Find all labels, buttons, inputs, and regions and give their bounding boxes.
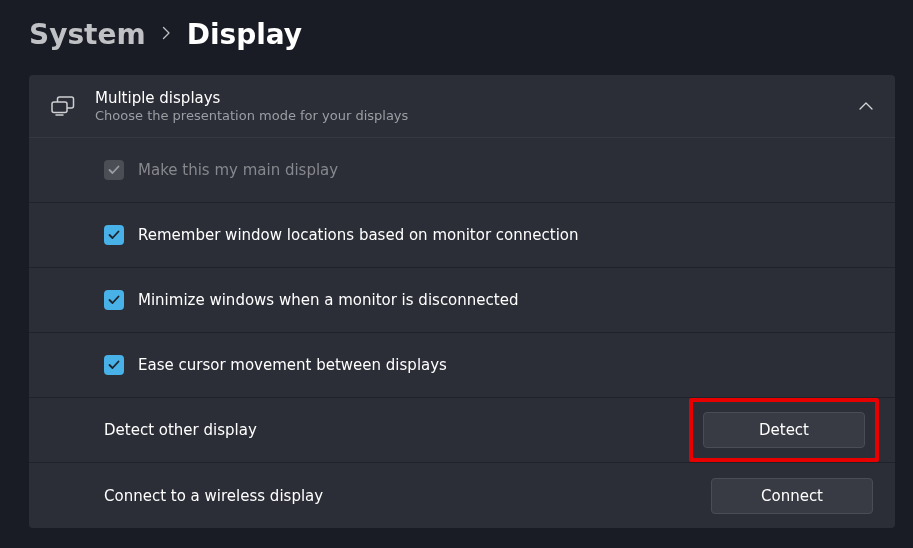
option-remember-windows[interactable]: Remember window locations based on monit… (29, 203, 895, 268)
connect-button[interactable]: Connect (711, 478, 873, 514)
breadcrumb-parent[interactable]: System (29, 18, 146, 51)
label-detect: Detect other display (104, 421, 257, 439)
checkbox-remember-windows[interactable] (104, 225, 124, 245)
section-subtitle: Choose the presentation mode for your di… (95, 108, 839, 123)
multiple-displays-header[interactable]: Multiple displays Choose the presentatio… (29, 75, 895, 138)
row-detect: Detect other display Detect (29, 398, 895, 463)
svg-rect-1 (52, 102, 67, 113)
row-connect: Connect to a wireless display Connect (29, 463, 895, 528)
highlight-detect: Detect (689, 398, 879, 462)
label-minimize-disconnect: Minimize windows when a monitor is disco… (138, 291, 518, 309)
section-title: Multiple displays (95, 89, 839, 107)
multiple-displays-panel: Multiple displays Choose the presentatio… (29, 75, 895, 528)
page-title: Display (187, 18, 302, 51)
breadcrumb: System Display (29, 18, 895, 51)
label-main-display: Make this my main display (138, 161, 338, 179)
multiple-displays-icon (51, 96, 75, 116)
option-ease-cursor[interactable]: Ease cursor movement between displays (29, 333, 895, 398)
option-main-display: Make this my main display (29, 138, 895, 203)
option-minimize-disconnect[interactable]: Minimize windows when a monitor is disco… (29, 268, 895, 333)
checkbox-minimize-disconnect[interactable] (104, 290, 124, 310)
label-connect: Connect to a wireless display (104, 487, 323, 505)
label-ease-cursor: Ease cursor movement between displays (138, 356, 447, 374)
checkbox-ease-cursor[interactable] (104, 355, 124, 375)
checkbox-main-display (104, 160, 124, 180)
chevron-right-icon (162, 26, 171, 44)
label-remember-windows: Remember window locations based on monit… (138, 226, 579, 244)
chevron-up-icon[interactable] (859, 102, 873, 110)
detect-button[interactable]: Detect (703, 412, 865, 448)
